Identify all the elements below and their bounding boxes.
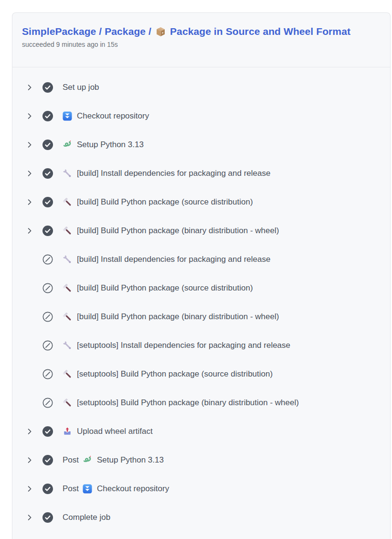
status-icon — [42, 426, 53, 437]
chevron-right-icon[interactable] — [26, 170, 33, 177]
chevron-right-icon[interactable] — [26, 227, 33, 234]
check-circle-icon — [42, 512, 53, 523]
check-circle-icon — [42, 197, 53, 207]
chevron-right-icon[interactable] — [26, 84, 33, 91]
status-icon — [42, 312, 53, 322]
step-content: Set up job — [63, 83, 99, 92]
step-label: Upload wheel artifact — [77, 427, 153, 436]
wrench-icon — [63, 169, 72, 178]
step-label: [setuptools] Install dependencies for pa… — [77, 341, 290, 350]
hammer-icon — [63, 369, 72, 379]
python-snake-icon — [83, 455, 92, 465]
step-row: [build] Install dependencies for packagi… — [12, 245, 390, 274]
step-row[interactable]: Complete job — [12, 503, 390, 532]
step-label: Set up job — [63, 83, 99, 92]
package-icon — [155, 26, 166, 37]
step-content: [build] Install dependencies for packagi… — [63, 169, 270, 178]
hammer-icon — [63, 197, 72, 207]
step-label: Setup Python 3.13 — [77, 140, 144, 150]
step-row[interactable]: Post Checkout repository — [12, 474, 390, 503]
step-row: [setuptools] Install dependencies for pa… — [12, 331, 390, 360]
status-icon — [42, 398, 53, 408]
wrench-icon — [63, 341, 72, 350]
step-content: [build] Install dependencies for packagi… — [63, 255, 270, 264]
step-content: [build] Build Python package (source dis… — [63, 197, 253, 207]
step-label: [build] Install dependencies for packagi… — [77, 255, 270, 264]
step-label: [build] Install dependencies for packagi… — [77, 169, 270, 178]
skipped-icon — [42, 254, 53, 265]
check-circle-icon — [42, 426, 53, 437]
steps-list: Set up job Checkout repository Setup Pyt… — [12, 67, 390, 532]
check-circle-icon — [42, 226, 53, 236]
step-row: [build] Build Python package (source dis… — [12, 274, 390, 302]
wrench-icon — [63, 255, 72, 264]
check-circle-icon — [42, 82, 53, 93]
skipped-icon — [42, 312, 53, 322]
status-icon — [42, 283, 53, 293]
job-status-line: succeeded 9 minutes ago in 15s — [22, 41, 381, 48]
step-content: Upload wheel artifact — [63, 427, 153, 436]
status-icon — [42, 140, 53, 150]
step-content: [build] Build Python package (binary dis… — [63, 312, 279, 322]
step-row[interactable]: Set up job — [12, 73, 390, 102]
chevron-right-icon[interactable] — [26, 113, 33, 119]
step-content: Post Checkout repository — [63, 484, 169, 494]
step-label: Complete job — [63, 513, 110, 522]
chevron-right-icon[interactable] — [26, 485, 33, 492]
skipped-icon — [42, 369, 53, 379]
step-content: [setuptools] Build Python package (binar… — [63, 398, 299, 408]
step-content: Setup Python 3.13 — [63, 140, 144, 150]
hammer-icon — [63, 283, 72, 293]
step-label: [setuptools] Build Python package (binar… — [77, 398, 299, 408]
step-row[interactable]: [build] Build Python package (binary dis… — [12, 216, 390, 245]
chevron-right-icon[interactable] — [26, 457, 33, 464]
job-header: SimplePackage / Package / Package in Sou… — [12, 13, 390, 67]
download-icon — [83, 484, 92, 494]
status-icon — [42, 226, 53, 236]
chevron-right-icon[interactable] — [26, 141, 33, 148]
job-title[interactable]: SimplePackage / Package / Package in Sou… — [22, 26, 381, 37]
step-label: [build] Build Python package (source dis… — [77, 197, 253, 207]
step-content: Post Setup Python 3.13 — [63, 455, 164, 465]
status-icon — [42, 455, 53, 465]
step-content: [setuptools] Build Python package (sourc… — [63, 369, 273, 379]
step-row[interactable]: [build] Install dependencies for packagi… — [12, 159, 390, 188]
step-row: [build] Build Python package (binary dis… — [12, 302, 390, 331]
download-icon — [63, 111, 72, 121]
step-prefix: Post — [63, 484, 79, 494]
hammer-icon — [63, 226, 72, 236]
step-row[interactable]: Setup Python 3.13 — [12, 130, 390, 159]
status-icon — [42, 340, 53, 351]
step-row[interactable]: Checkout repository — [12, 102, 390, 130]
status-icon — [42, 484, 53, 494]
status-icon — [42, 111, 53, 121]
step-label: [build] Build Python package (source dis… — [77, 283, 253, 293]
chevron-right-icon[interactable] — [26, 199, 33, 205]
python-snake-icon — [63, 140, 72, 150]
skipped-icon — [42, 283, 53, 293]
skipped-icon — [42, 340, 53, 351]
check-circle-icon — [42, 168, 53, 179]
hammer-icon — [63, 398, 72, 408]
chevron-right-icon[interactable] — [26, 428, 33, 435]
step-label: [build] Build Python package (binary dis… — [77, 312, 279, 322]
step-row: [setuptools] Build Python package (sourc… — [12, 360, 390, 388]
check-circle-icon — [42, 111, 53, 121]
step-label: Checkout repository — [97, 484, 169, 494]
step-prefix: Post — [63, 455, 79, 465]
step-row[interactable]: Upload wheel artifact — [12, 417, 390, 446]
job-name[interactable]: Package in Source and Wheel Format — [170, 26, 350, 37]
chevron-right-icon[interactable] — [26, 514, 33, 521]
status-icon — [42, 512, 53, 523]
step-content: [build] Build Python package (binary dis… — [63, 226, 279, 236]
status-icon — [42, 197, 53, 207]
upload-tray-icon — [63, 427, 72, 436]
job-breadcrumb[interactable]: SimplePackage / Package / — [22, 26, 151, 37]
step-content: Checkout repository — [63, 111, 149, 121]
step-content: [setuptools] Install dependencies for pa… — [63, 341, 290, 350]
step-row[interactable]: Post Setup Python 3.13 — [12, 446, 390, 474]
check-circle-icon — [42, 455, 53, 465]
hammer-icon — [63, 312, 72, 322]
step-row[interactable]: [build] Build Python package (source dis… — [12, 188, 390, 216]
status-icon — [42, 168, 53, 179]
